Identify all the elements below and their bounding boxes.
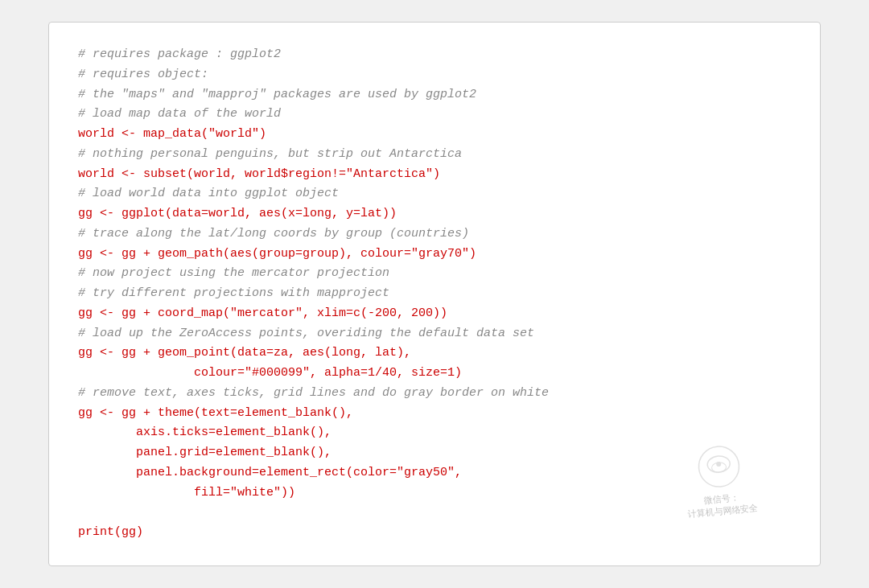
code-comment: # try different projections with mapproj… bbox=[78, 286, 389, 300]
code-comment: # now project using the mercator project… bbox=[78, 266, 389, 280]
code-comment: # requires package : ggplot2 bbox=[78, 47, 281, 61]
code-comment: # the "maps" and "mapproj" packages are … bbox=[78, 88, 476, 101]
code-comment: # trace along the lat/long coords by gro… bbox=[78, 227, 469, 241]
code-statement: panel.background=element_rect(color="gra… bbox=[78, 466, 462, 479]
code-statement: colour="#000099", alpha=1/40, size=1) bbox=[78, 366, 462, 380]
code-comment: # load map data of the world bbox=[78, 107, 281, 121]
code-statement: fill="white")) bbox=[78, 486, 295, 500]
code-block: # requires package : ggplot2 # requires … bbox=[78, 45, 791, 543]
code-statement: gg <- gg + coord_map("mercator", xlim=c(… bbox=[78, 306, 447, 320]
code-comment: # remove text, axes ticks, grid lines an… bbox=[78, 386, 549, 400]
code-statement: world <- subset(world, world$region!="An… bbox=[78, 167, 440, 181]
code-comment: # load world data into ggplot object bbox=[78, 187, 339, 200]
code-statement: panel.grid=element_blank(), bbox=[78, 446, 332, 459]
code-comment: # nothing personal penguins, but strip o… bbox=[78, 147, 462, 161]
code-statement: print(gg) bbox=[78, 525, 143, 539]
code-statement: world <- map_data("world") bbox=[78, 127, 266, 141]
code-container: # requires package : ggplot2 # requires … bbox=[48, 22, 821, 566]
code-statement: gg <- gg + geom_point(data=za, aes(long,… bbox=[78, 346, 411, 360]
code-comment: # requires object: bbox=[78, 68, 208, 81]
code-comment: # load up the ZeroAccess points, overidi… bbox=[78, 327, 534, 340]
code-statement: gg <- gg + theme(text=element_blank(), bbox=[78, 406, 353, 420]
code-statement: gg <- gg + geom_path(aes(group=group), c… bbox=[78, 247, 476, 261]
code-statement: axis.ticks=element_blank(), bbox=[78, 426, 332, 439]
code-statement: gg <- ggplot(data=world, aes(x=long, y=l… bbox=[78, 207, 397, 220]
